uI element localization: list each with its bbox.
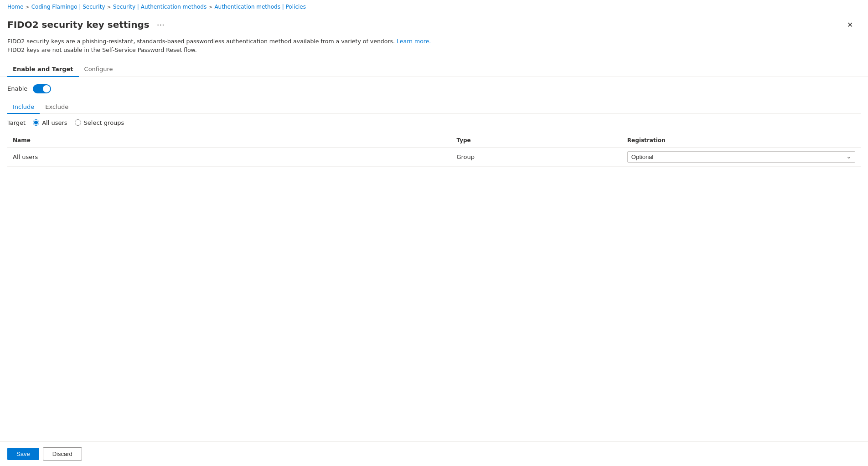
sub-tab-exclude[interactable]: Exclude xyxy=(40,101,74,114)
breadcrumb-flamingo[interactable]: Coding Flamingo | Security xyxy=(31,4,105,10)
cell-registration: Optional Required Disabled xyxy=(622,147,861,166)
description-line1: FIDO2 security keys are a phishing-resis… xyxy=(7,37,861,46)
page-container: Home > Coding Flamingo | Security > Secu… xyxy=(0,0,868,466)
col-header-type: Type xyxy=(451,133,621,148)
radio-all-users-label: All users xyxy=(42,119,67,126)
cell-type: Group xyxy=(451,147,621,166)
main-tabs: Enable and Target Configure xyxy=(0,62,868,77)
radio-select-groups[interactable]: Select groups xyxy=(75,119,124,126)
col-header-name: Name xyxy=(7,133,451,148)
breadcrumb-auth-methods[interactable]: Security | Authentication methods xyxy=(113,4,207,10)
save-button[interactable]: Save xyxy=(7,448,39,460)
breadcrumb-sep-3: > xyxy=(208,4,212,10)
enable-label: Enable xyxy=(7,85,27,92)
description: FIDO2 security keys are a phishing-resis… xyxy=(0,36,868,62)
breadcrumb-home[interactable]: Home xyxy=(7,4,23,10)
enable-toggle[interactable] xyxy=(33,84,51,93)
breadcrumb-sep-1: > xyxy=(25,4,29,10)
more-options-button[interactable]: ··· xyxy=(157,20,165,30)
discard-button[interactable]: Discard xyxy=(43,447,82,461)
registration-select-wrapper: Optional Required Disabled xyxy=(627,151,855,163)
target-row: Target All users Select groups xyxy=(7,119,861,126)
tab-configure[interactable]: Configure xyxy=(79,62,119,77)
radio-select-groups-label: Select groups xyxy=(84,119,124,126)
panel-header: FIDO2 security key settings ··· ✕ xyxy=(0,14,868,36)
breadcrumb-policies[interactable]: Authentication methods | Policies xyxy=(214,4,306,10)
table-row: All users Group Optional Required Disabl… xyxy=(7,147,861,166)
breadcrumb: Home > Coding Flamingo | Security > Secu… xyxy=(0,0,868,14)
enable-row: Enable xyxy=(7,84,861,93)
page-title: FIDO2 security key settings xyxy=(7,19,150,30)
description-line2: FIDO2 keys are not usable in the Self-Se… xyxy=(7,46,861,55)
learn-more-link[interactable]: Learn more. xyxy=(397,38,431,45)
target-label: Target xyxy=(7,119,26,126)
tab-content: Enable Include Exclude Target All users … xyxy=(0,77,868,442)
close-button[interactable]: ✕ xyxy=(842,17,857,32)
sub-tabs: Include Exclude xyxy=(7,101,861,114)
cell-name: All users xyxy=(7,147,451,166)
registration-select[interactable]: Optional Required Disabled xyxy=(627,151,855,163)
col-header-registration: Registration xyxy=(622,133,861,148)
sub-tab-include[interactable]: Include xyxy=(7,101,40,114)
footer: Save Discard xyxy=(0,441,868,466)
radio-all-users[interactable]: All users xyxy=(33,119,67,126)
breadcrumb-sep-2: > xyxy=(107,4,111,10)
targets-table: Name Type Registration All users Group O… xyxy=(7,133,861,167)
tab-enable-and-target[interactable]: Enable and Target xyxy=(7,62,79,77)
